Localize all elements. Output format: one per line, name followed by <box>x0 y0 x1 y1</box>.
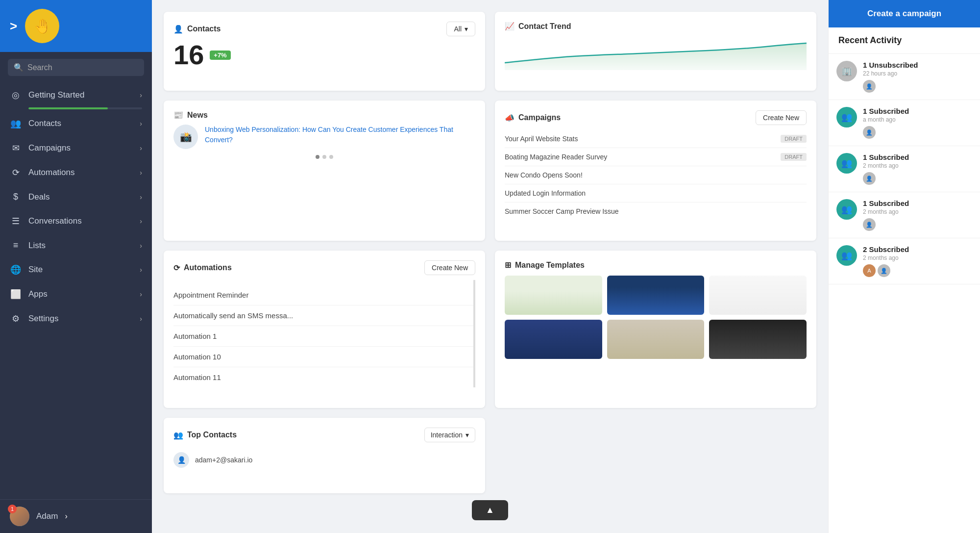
news-content: 📸 Unboxing Web Personalization: How Can … <box>173 125 475 149</box>
activity-avatar: 👤 <box>863 218 876 231</box>
activity-item: 🏢 1 Unsubscribed 22 hours ago 👤 <box>829 54 980 100</box>
template-thumb-2[interactable] <box>607 276 705 315</box>
sidebar-item-automations[interactable]: ⟳ Automations › <box>0 160 152 185</box>
template-thumb-5[interactable] <box>607 320 705 359</box>
automations-card-header: ⟳ Automations Create New <box>173 260 475 275</box>
news-card: 📰 News 📸 Unboxing Web Personalization: H… <box>164 101 485 241</box>
activity-action-label: 1 Subscribed <box>863 107 972 115</box>
sidebar-item-site[interactable]: 🌐 Site › <box>0 257 152 282</box>
activity-avatar: 👤 <box>863 126 876 139</box>
campaign-name: Summer Soccer Camp Preview Issue <box>505 207 619 215</box>
campaign-item: Summer Soccer Camp Preview Issue <box>505 203 807 220</box>
news-icon: 📰 <box>173 110 183 120</box>
automations-create-new-button[interactable]: Create New <box>424 260 475 275</box>
sidebar-header: > 🤚 <box>0 0 152 52</box>
create-campaign-button[interactable]: Create a campaign <box>829 0 980 27</box>
user-notification-badge: 1 <box>8 505 17 513</box>
chevron-right-icon: › <box>140 290 142 298</box>
people-icon: 👥 <box>841 158 852 169</box>
activity-list: 🏢 1 Unsubscribed 22 hours ago 👤 👥 1 Subs… <box>829 54 980 533</box>
sidebar-item-conversations[interactable]: ☰ Conversations › <box>0 209 152 233</box>
news-dot-2[interactable] <box>322 155 326 159</box>
news-title-label: News <box>187 111 208 120</box>
conversations-icon: ☰ <box>10 216 22 227</box>
sidebar-footer: 1 Adam › <box>0 499 152 533</box>
news-thumb-icon: 📸 <box>180 131 192 143</box>
automations-icon: ⟳ <box>173 263 180 273</box>
activity-time-label: 2 months ago <box>863 162 972 169</box>
top-contacts-filter-select[interactable]: Interaction ▾ <box>424 428 475 442</box>
sidebar-item-campaigns[interactable]: ✉ Campaigns › <box>0 136 152 160</box>
right-panel: Create a campaign Recent Activity 🏢 1 Un… <box>828 0 980 533</box>
automation-item: Automation 10 <box>173 347 475 367</box>
trend-chart <box>505 36 807 70</box>
automation-name: Automation 1 <box>173 332 217 340</box>
scroll-up-button[interactable]: ▲ <box>472 500 508 520</box>
activity-avatar: 👤 <box>878 264 890 277</box>
template-thumb-3[interactable] <box>709 276 807 315</box>
building-icon: 🏢 <box>841 66 852 76</box>
activity-time-label: 22 hours ago <box>863 70 972 77</box>
search-icon: 🔍 <box>14 63 24 72</box>
contacts-growth-badge: +7% <box>210 51 230 60</box>
sidebar-item-label: Conversations <box>28 216 133 226</box>
contacts-filter-select[interactable]: All ▾ <box>446 22 475 36</box>
template-thumb-1[interactable] <box>505 276 602 315</box>
site-icon: 🌐 <box>10 264 22 275</box>
activity-icon-subscribed: 👥 <box>836 107 857 127</box>
activity-item: 👥 1 Subscribed 2 months ago 👤 <box>829 146 980 192</box>
people-icon: 👥 <box>841 204 852 215</box>
collapse-arrow[interactable]: > <box>10 19 17 34</box>
sidebar-item-settings[interactable]: ⚙ Settings › <box>0 306 152 331</box>
trend-card-title: 📈 Contact Trend <box>505 22 571 31</box>
activity-item: 👥 1 Subscribed 2 months ago 👤 <box>829 192 980 238</box>
activity-avatars: 👤 <box>863 126 972 139</box>
contacts-title-icon: 👤 <box>173 25 183 34</box>
campaigns-create-new-button[interactable]: Create New <box>756 110 807 125</box>
campaigns-card: 📣 Campaigns Create New Your April Websit… <box>495 101 816 241</box>
activity-body: 1 Subscribed a month ago 👤 <box>863 107 972 139</box>
activity-action-label: 1 Unsubscribed <box>863 61 972 69</box>
template-thumb-4[interactable] <box>505 320 602 359</box>
chevron-right-icon: › <box>140 144 142 152</box>
search-input[interactable] <box>27 63 138 72</box>
automations-list-container: Appointment Reminder Automatically send … <box>173 280 475 387</box>
activity-avatar: 👤 <box>863 172 876 185</box>
campaign-name: New Condo Opens Soon! <box>505 171 583 179</box>
sidebar-item-label: Site <box>28 265 133 275</box>
contacts-count-display: 16 +7% <box>173 41 475 69</box>
sidebar-item-lists[interactable]: ≡ Lists › <box>0 233 152 257</box>
chevron-up-icon: ▲ <box>486 505 494 515</box>
campaign-name: Updated Login Information <box>505 189 586 197</box>
campaign-item: Your April Website Stats DRAFT <box>505 130 807 148</box>
template-thumb-6[interactable] <box>709 320 807 359</box>
lists-icon: ≡ <box>10 240 22 251</box>
news-dot-1[interactable] <box>316 155 319 159</box>
campaigns-title-label: Campaigns <box>518 113 561 122</box>
news-article-link[interactable]: Unboxing Web Personalization: How Can Yo… <box>205 125 475 145</box>
top-contacts-icon: 👥 <box>173 431 183 440</box>
campaigns-icon: ✉ <box>10 143 22 153</box>
user-item[interactable]: 1 Adam › <box>0 500 152 533</box>
sidebar-item-getting-started[interactable]: ◎ Getting Started › <box>0 83 152 107</box>
news-dot-3[interactable] <box>329 155 333 159</box>
campaign-item: Updated Login Information <box>505 184 807 203</box>
activity-icon-unsubscribed: 🏢 <box>836 61 857 81</box>
sidebar-item-deals[interactable]: $ Deals › <box>0 185 152 209</box>
top-contacts-card-title: 👥 Top Contacts <box>173 431 237 440</box>
automations-card-title: ⟳ Automations <box>173 263 232 273</box>
chevron-right-icon: › <box>140 193 142 201</box>
sidebar-logo-avatar[interactable]: 🤚 <box>25 9 59 43</box>
trend-chart-svg <box>505 36 807 70</box>
campaigns-card-header: 📣 Campaigns Create New <box>505 110 807 125</box>
contacts-card: 👤 Contacts All ▾ 16 +7% <box>164 12 485 91</box>
campaigns-card-title: 📣 Campaigns <box>505 113 561 123</box>
sidebar-item-apps[interactable]: ⬜ Apps › <box>0 282 152 306</box>
sidebar-item-label: Getting Started <box>28 90 133 100</box>
activity-time-label: a month ago <box>863 116 972 123</box>
sidebar-item-contacts[interactable]: 👥 Contacts › <box>0 111 152 136</box>
chevron-right-icon: › <box>140 242 142 250</box>
activity-icon-subscribed: 👥 <box>836 245 857 266</box>
recent-activity-title: Recent Activity <box>829 27 980 54</box>
select-value: Interaction <box>431 431 463 439</box>
